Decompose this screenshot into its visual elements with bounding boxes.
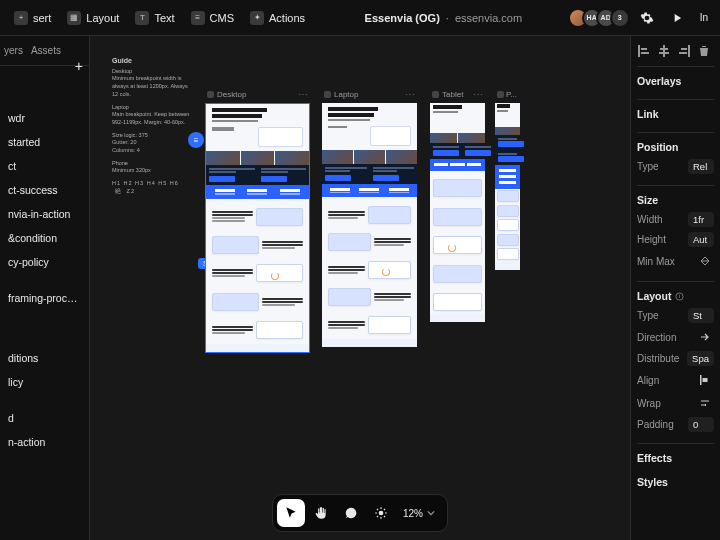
hand-tool[interactable] [307, 499, 335, 527]
size-section-title: Size [637, 194, 714, 206]
plus-icon: + [14, 11, 28, 25]
tab-layers[interactable]: yers [4, 45, 23, 56]
page-item[interactable]: wdr [0, 106, 89, 130]
zoom-value: 12% [403, 508, 423, 519]
section-drag-handle[interactable]: ≡ [188, 132, 204, 148]
link-section-title: Link [637, 108, 714, 120]
align-right-button[interactable] [677, 44, 691, 58]
svg-rect-11 [700, 375, 702, 385]
svg-point-13 [379, 511, 384, 516]
svg-rect-5 [659, 52, 669, 54]
minmax-button[interactable] [696, 252, 714, 270]
page-item[interactable]: ct-success [0, 178, 89, 202]
page-preview[interactable] [205, 103, 310, 353]
breakpoint-icon [207, 91, 214, 98]
page-item[interactable]: started [0, 130, 89, 154]
svg-rect-8 [679, 52, 687, 54]
align-left-button[interactable] [637, 44, 651, 58]
cms-tool[interactable]: ≡ CMS [183, 6, 242, 30]
comment-tool[interactable] [337, 499, 365, 527]
actions-icon: ✦ [250, 11, 264, 25]
insert-tool[interactable]: + sert [6, 6, 59, 30]
frame-menu-icon[interactable]: ⋯ [405, 89, 415, 100]
width-value[interactable]: 1fr [688, 212, 714, 227]
collaborator-avatars[interactable]: HA AD 3 [574, 8, 630, 28]
page-preview[interactable] [430, 103, 485, 322]
align-value-button[interactable] [696, 371, 714, 389]
page-item[interactable] [0, 322, 89, 334]
invite-button[interactable]: In [694, 5, 714, 31]
page-item[interactable] [0, 310, 89, 322]
page-item[interactable]: licy [0, 370, 89, 394]
tab-assets[interactable]: Assets [31, 45, 61, 56]
height-value[interactable]: Aut [688, 232, 714, 247]
layout-type-value[interactable]: St [688, 308, 714, 323]
page-item[interactable]: ct [0, 154, 89, 178]
effects-section-title: Effects [637, 452, 714, 464]
sun-icon [374, 506, 388, 520]
add-page-button[interactable]: + [75, 58, 83, 74]
layout-icon: ▦ [67, 11, 81, 25]
frame-label: P... [506, 90, 517, 99]
actions-label: Actions [269, 12, 305, 24]
frame-tablet[interactable]: Tablet ⋯ [430, 88, 485, 322]
frame-menu-icon[interactable]: ⋯ [298, 89, 308, 100]
breakpoint-icon [324, 91, 331, 98]
frame-menu-icon[interactable]: ⋯ [473, 89, 483, 100]
svg-text:i: i [679, 293, 681, 299]
align-center-button[interactable] [657, 44, 671, 58]
distribute-label: Distribute [637, 353, 679, 364]
height-label: Height [637, 234, 666, 245]
page-item[interactable] [0, 394, 89, 406]
page-item[interactable]: cy-policy [0, 250, 89, 274]
svg-rect-7 [681, 48, 687, 50]
direction-button[interactable] [696, 328, 714, 346]
cms-icon: ≡ [191, 11, 205, 25]
text-label: Text [154, 12, 174, 24]
padding-value[interactable]: 0 [688, 417, 714, 432]
svg-rect-4 [660, 48, 668, 50]
insert-label: sert [33, 12, 51, 24]
page-item[interactable]: n-action [0, 430, 89, 454]
frame-phone[interactable]: P... [495, 88, 520, 270]
settings-button[interactable] [634, 5, 660, 31]
page-item[interactable]: ditions [0, 346, 89, 370]
preview-button[interactable] [664, 5, 690, 31]
page-item[interactable]: nvia-in-action [0, 202, 89, 226]
text-tool[interactable]: T Text [127, 6, 182, 30]
cursor-tool[interactable] [277, 499, 305, 527]
width-label: Width [637, 214, 663, 225]
page-preview[interactable] [495, 103, 520, 270]
page-item[interactable] [0, 334, 89, 346]
zoom-control[interactable]: 12% [397, 508, 443, 519]
layout-type-label: Type [637, 310, 659, 321]
canvas-toolbar: 12% [272, 494, 448, 532]
chevron-down-icon [427, 509, 435, 517]
avatar-more-count[interactable]: 3 [610, 8, 630, 28]
left-panel: yers Assets + wdr started ct ct-success … [0, 36, 90, 540]
layout-tool[interactable]: ▦ Layout [59, 6, 127, 30]
page-item[interactable] [0, 274, 89, 286]
layout-section-title: Layout i [637, 290, 714, 302]
project-title-group[interactable]: Essenvia (OG) · essenvia.com [365, 12, 523, 24]
wrap-button[interactable] [696, 394, 714, 412]
actions-tool[interactable]: ✦ Actions [242, 6, 313, 30]
direction-label: Direction [637, 332, 676, 343]
page-item[interactable]: &condition [0, 226, 89, 250]
delete-button[interactable] [697, 44, 711, 58]
breakpoint-icon [432, 91, 439, 98]
position-type-value[interactable]: Rel [688, 159, 714, 174]
frame-desktop[interactable]: Desktop ⋯ [205, 88, 310, 353]
comment-icon [344, 506, 358, 520]
project-domain: essenvia.com [455, 12, 522, 24]
frame-laptop[interactable]: Laptop ⋯ [322, 88, 417, 347]
svg-rect-2 [641, 52, 649, 54]
brightness-tool[interactable] [367, 499, 395, 527]
cursor-icon [284, 506, 298, 520]
project-name: Essenvia (OG) [365, 12, 440, 24]
design-canvas[interactable]: Guide DesktopMinimum breakpoint width is… [90, 36, 630, 540]
page-item[interactable]: d [0, 406, 89, 430]
distribute-value[interactable]: Spa [687, 351, 714, 366]
page-preview[interactable] [322, 103, 417, 347]
page-item[interactable]: framing-process [0, 286, 89, 310]
